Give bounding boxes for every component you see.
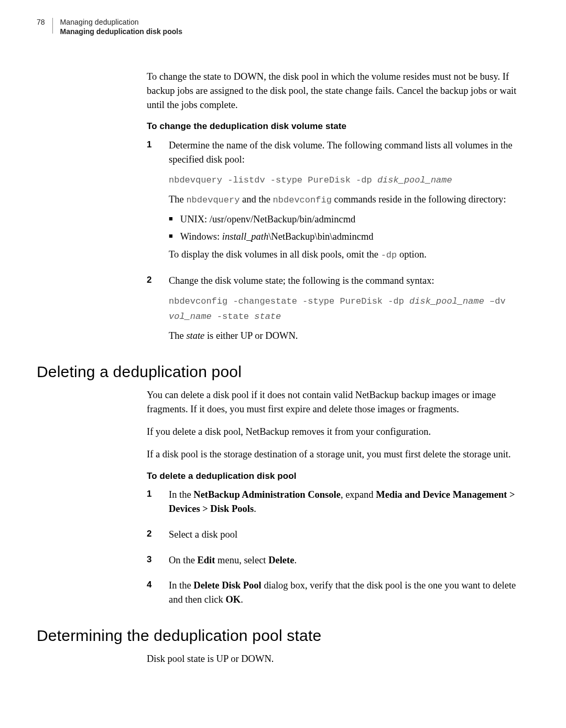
procedure-heading-2: To delete a deduplication disk pool — [147, 470, 519, 483]
body-text: You can delete a disk pool if it does no… — [147, 388, 519, 612]
bullet-text: UNIX: /usr/openv/NetBackup/bin/admincmd — [180, 212, 355, 227]
code-param: state — [254, 312, 281, 322]
bullet-item: ■UNIX: /usr/openv/NetBackup/bin/admincmd — [169, 212, 519, 227]
step-number: 3 — [147, 553, 156, 573]
body-text: To change the state to DOWN, the disk po… — [147, 70, 519, 348]
page-number: 78 — [37, 18, 45, 26]
header-divider — [52, 18, 53, 34]
header-section: Managing deduplication disk pools — [60, 27, 182, 37]
section-heading-deleting: Deleting a deduplication pool — [37, 363, 519, 381]
step-2: 2 Select a disk pool — [147, 528, 519, 547]
page-container: 78 Managing deduplication Managing dedup… — [0, 0, 566, 695]
step-text: On the Edit menu, select Delete. — [169, 553, 519, 568]
state-italic: state — [186, 330, 204, 341]
step-body: Determine the name of the disk volume. T… — [169, 138, 519, 267]
code-text: nbdevquery -listdv -stype PureDisk -dp — [169, 175, 377, 185]
ui-label: Delete — [268, 555, 294, 565]
code-line: nbdevconfig -changestate -stype PureDisk… — [169, 293, 519, 324]
ui-label: NetBackup Administration Console — [193, 489, 341, 500]
header-chapter: Managing deduplication — [60, 18, 182, 27]
step-text: Determine the name of the disk volume. T… — [169, 138, 519, 167]
inline-code: nbdevconfig — [273, 195, 332, 205]
step-body: In the Delete Disk Pool dialog box, veri… — [169, 579, 519, 612]
step-number: 1 — [147, 488, 156, 521]
step-text: To display the disk volumes in all disk … — [169, 248, 519, 262]
code-text: -state — [212, 312, 255, 322]
step-number: 2 — [147, 528, 156, 547]
step-body: On the Edit menu, select Delete. — [169, 553, 519, 573]
paragraph: Disk pool state is UP or DOWN. — [147, 652, 519, 666]
step-text: Select a disk pool — [169, 528, 519, 542]
paragraph: You can delete a disk pool if it does no… — [147, 388, 519, 416]
step-body: Change the disk volume state; the follow… — [169, 274, 519, 348]
code-line: nbdevquery -listdv -stype PureDisk -dp d… — [169, 172, 519, 187]
step-2: 2 Change the disk volume state; the foll… — [147, 274, 519, 348]
paragraph: If a disk pool is the storage destinatio… — [147, 447, 519, 462]
step-text: The nbdevquery and the nbdevconfig comma… — [169, 192, 519, 207]
code-param: disk_pool_name — [377, 175, 452, 185]
ui-label: Edit — [197, 555, 215, 565]
ui-label: Delete Disk Pool — [193, 580, 261, 591]
code-text: nbdevconfig -changestate -stype PureDisk… — [169, 296, 409, 306]
code-param: vol_name — [169, 312, 212, 322]
code-param: disk_pool_name — [409, 296, 484, 306]
bullet-text: Windows: install_path\NetBackup\bin\admi… — [180, 230, 374, 244]
step-text: In the Delete Disk Pool dialog box, veri… — [169, 579, 519, 607]
path-italic: install_path — [222, 231, 268, 242]
procedure-heading-1: To change the deduplication disk volume … — [147, 120, 519, 133]
step-number: 2 — [147, 274, 156, 348]
step-text: The state is either UP or DOWN. — [169, 329, 519, 343]
step-number: 1 — [147, 138, 156, 267]
bullet-icon: ■ — [169, 212, 173, 227]
step-number: 4 — [147, 579, 156, 612]
step-3: 3 On the Edit menu, select Delete. — [147, 553, 519, 573]
body-text: Disk pool state is UP or DOWN. — [147, 652, 519, 666]
code-text: –dv — [484, 296, 506, 306]
inline-code: -dp — [381, 250, 397, 260]
bullet-icon: ■ — [169, 230, 173, 244]
bullet-item: ■Windows: install_path\NetBackup\bin\adm… — [169, 230, 519, 244]
step-1: 1 Determine the name of the disk volume.… — [147, 138, 519, 267]
section-heading-determining: Determining the deduplication pool state — [37, 627, 519, 645]
intro-paragraph: To change the state to DOWN, the disk po… — [147, 70, 519, 112]
inline-code: nbdevquery — [186, 195, 240, 205]
step-text: Change the disk volume state; the follow… — [169, 274, 519, 288]
step-1: 1 In the NetBackup Administration Consol… — [147, 488, 519, 521]
ui-label: OK — [225, 594, 241, 605]
step-body: In the NetBackup Administration Console,… — [169, 488, 519, 521]
paragraph: If you delete a disk pool, NetBackup rem… — [147, 425, 519, 439]
step-body: Select a disk pool — [169, 528, 519, 547]
page-header: 78 Managing deduplication Managing dedup… — [37, 18, 519, 36]
step-text: In the NetBackup Administration Console,… — [169, 488, 519, 516]
header-text: Managing deduplication Managing deduplic… — [60, 18, 182, 36]
step-4: 4 In the Delete Disk Pool dialog box, ve… — [147, 579, 519, 612]
